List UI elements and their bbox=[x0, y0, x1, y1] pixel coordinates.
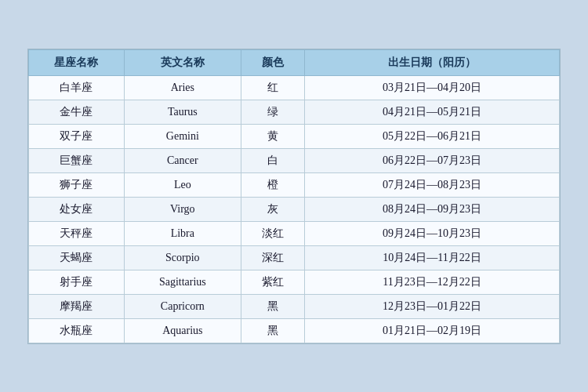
table-row: 金牛座Taurus绿04月21日—05月21日 bbox=[29, 100, 560, 124]
cell-date: 08月24日—09月23日 bbox=[305, 197, 560, 221]
cell-date: 12月23日—01月22日 bbox=[305, 294, 560, 318]
cell-chinese: 巨蟹座 bbox=[29, 148, 125, 172]
table-row: 白羊座Aries红03月21日—04月20日 bbox=[29, 75, 560, 100]
cell-color: 红 bbox=[241, 75, 304, 100]
table-row: 摩羯座Capricorn黑12月23日—01月22日 bbox=[29, 294, 560, 318]
cell-chinese: 水瓶座 bbox=[29, 318, 125, 343]
header-date: 出生日期（阳历） bbox=[305, 49, 560, 75]
cell-english: Aquarius bbox=[124, 318, 241, 343]
cell-color: 绿 bbox=[241, 100, 304, 124]
cell-chinese: 射手座 bbox=[29, 270, 125, 294]
cell-english: Libra bbox=[124, 221, 241, 245]
cell-english: Virgo bbox=[124, 197, 241, 221]
cell-chinese: 双子座 bbox=[29, 124, 125, 148]
cell-color: 淡红 bbox=[241, 221, 304, 245]
cell-english: Taurus bbox=[124, 100, 241, 124]
cell-english: Cancer bbox=[124, 148, 241, 172]
cell-chinese: 白羊座 bbox=[29, 75, 125, 100]
cell-color: 黑 bbox=[241, 294, 304, 318]
header-chinese: 星座名称 bbox=[29, 49, 125, 75]
zodiac-table-container: 星座名称 英文名称 颜色 出生日期（阳历） 白羊座Aries红03月21日—04… bbox=[27, 49, 561, 344]
cell-color: 黄 bbox=[241, 124, 304, 148]
cell-english: Gemini bbox=[124, 124, 241, 148]
cell-english: Leo bbox=[124, 172, 241, 197]
table-row: 水瓶座Aquarius黑01月21日—02月19日 bbox=[29, 318, 560, 343]
table-row: 处女座Virgo灰08月24日—09月23日 bbox=[29, 197, 560, 221]
cell-date: 11月23日—12月22日 bbox=[305, 270, 560, 294]
cell-color: 深红 bbox=[241, 245, 304, 270]
cell-chinese: 狮子座 bbox=[29, 172, 125, 197]
header-english: 英文名称 bbox=[124, 49, 241, 75]
cell-english: Scorpio bbox=[124, 245, 241, 270]
cell-color: 紫红 bbox=[241, 270, 304, 294]
cell-date: 09月24日—10月23日 bbox=[305, 221, 560, 245]
cell-color: 灰 bbox=[241, 197, 304, 221]
cell-color: 黑 bbox=[241, 318, 304, 343]
cell-chinese: 摩羯座 bbox=[29, 294, 125, 318]
table-row: 巨蟹座Cancer白06月22日—07月23日 bbox=[29, 148, 560, 172]
cell-english: Aries bbox=[124, 75, 241, 100]
cell-english: Sagittarius bbox=[124, 270, 241, 294]
cell-chinese: 金牛座 bbox=[29, 100, 125, 124]
zodiac-table: 星座名称 英文名称 颜色 出生日期（阳历） 白羊座Aries红03月21日—04… bbox=[28, 49, 560, 343]
cell-date: 07月24日—08月23日 bbox=[305, 172, 560, 197]
table-row: 天秤座Libra淡红09月24日—10月23日 bbox=[29, 221, 560, 245]
cell-date: 06月22日—07月23日 bbox=[305, 148, 560, 172]
table-body: 白羊座Aries红03月21日—04月20日金牛座Taurus绿04月21日—0… bbox=[29, 75, 560, 343]
cell-date: 04月21日—05月21日 bbox=[305, 100, 560, 124]
table-row: 射手座Sagittarius紫红11月23日—12月22日 bbox=[29, 270, 560, 294]
table-row: 双子座Gemini黄05月22日—06月21日 bbox=[29, 124, 560, 148]
cell-chinese: 天蝎座 bbox=[29, 245, 125, 270]
cell-chinese: 处女座 bbox=[29, 197, 125, 221]
header-color: 颜色 bbox=[241, 49, 304, 75]
cell-date: 03月21日—04月20日 bbox=[305, 75, 560, 100]
table-row: 天蝎座Scorpio深红10月24日—11月22日 bbox=[29, 245, 560, 270]
cell-date: 05月22日—06月21日 bbox=[305, 124, 560, 148]
cell-color: 白 bbox=[241, 148, 304, 172]
cell-color: 橙 bbox=[241, 172, 304, 197]
cell-english: Capricorn bbox=[124, 294, 241, 318]
cell-date: 10月24日—11月22日 bbox=[305, 245, 560, 270]
table-header-row: 星座名称 英文名称 颜色 出生日期（阳历） bbox=[29, 49, 560, 75]
cell-date: 01月21日—02月19日 bbox=[305, 318, 560, 343]
cell-chinese: 天秤座 bbox=[29, 221, 125, 245]
table-row: 狮子座Leo橙07月24日—08月23日 bbox=[29, 172, 560, 197]
